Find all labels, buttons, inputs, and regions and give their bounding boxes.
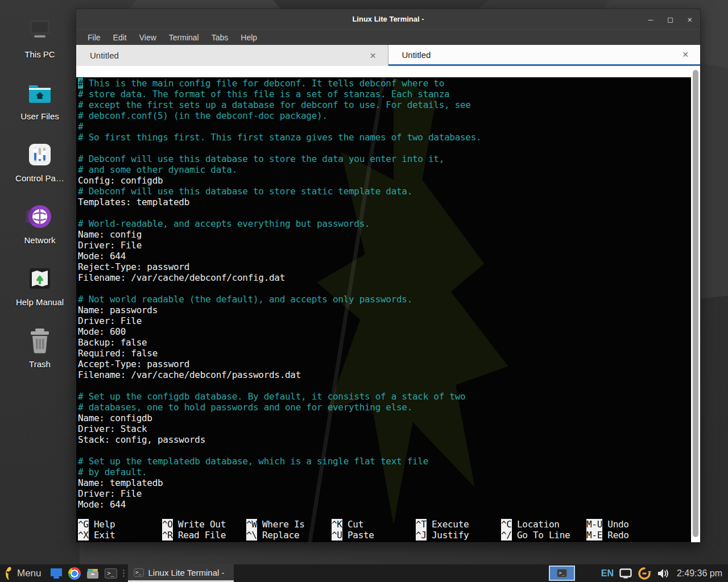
terminal-line: # databases, one to hold passwords and o…: [78, 402, 691, 413]
terminal-area: GNU nano 7.2 /etc/debconf.conf # This is…: [76, 66, 700, 542]
shortcut-key: ^O: [162, 519, 173, 530]
terminal-line: Filename: /var/cache/debconf/config.dat: [78, 272, 691, 283]
desktop-icon-label: Network: [24, 235, 55, 245]
menu-view[interactable]: View: [139, 33, 156, 42]
menubar: File Edit View Terminal Tabs Help: [76, 29, 700, 45]
terminal-line: Config: configdb: [78, 175, 691, 186]
terminal-window-icon: >_: [134, 568, 144, 577]
window-controls: – □ ✕: [648, 9, 692, 29]
chrome-browser-icon[interactable]: [68, 567, 81, 580]
maximize-icon[interactable]: □: [668, 15, 672, 23]
terminal-line: # store data. The format of this file is…: [78, 89, 691, 99]
display-settings-icon[interactable]: [619, 568, 632, 579]
shortcut-row-1: ^G Help^O Write Out^W Where Is^K Cut^T E…: [78, 519, 691, 530]
shortcut-label: Execute: [427, 519, 469, 530]
system-tray: EN 2:49:36 pm: [601, 567, 728, 580]
shortcut-label: Replace: [257, 530, 300, 541]
shortcut-label: Paste: [342, 530, 374, 541]
menu-help[interactable]: Help: [241, 33, 257, 42]
nano-shortcut: ^W Where Is: [246, 519, 332, 530]
nano-shortcut-bar: ^G Help^O Write Out^W Where Is^K Cut^T E…: [76, 519, 691, 542]
nano-shortcut: ^/ Go To Line: [501, 530, 586, 541]
update-manager-icon[interactable]: [638, 567, 651, 580]
taskbar-window-label: Linux Lite Terminal -: [148, 568, 225, 577]
terminal-line: # World-readable, and accepts everything…: [78, 218, 691, 229]
start-menu-button[interactable]: Menu: [0, 564, 47, 582]
shortcut-label: Help: [89, 519, 115, 530]
desktop-icon-label: Trash: [29, 359, 51, 369]
close-icon[interactable]: ✕: [688, 15, 692, 23]
start-menu-label: Menu: [17, 568, 42, 579]
terminal-line: [78, 207, 691, 218]
sliders-icon: [25, 140, 55, 169]
desktop-icon-help-manual[interactable]: Help Manual: [5, 264, 75, 307]
terminal-line: Filename: /var/cache/debconf/passwords.d…: [78, 369, 691, 380]
minimize-icon[interactable]: –: [648, 15, 653, 23]
workspace-pager[interactable]: >_: [549, 566, 575, 581]
desktop-icon-user-files[interactable]: User Files: [5, 78, 75, 121]
terminal-line: Required: false: [78, 348, 691, 359]
terminal-screen[interactable]: GNU nano 7.2 /etc/debconf.conf # This is…: [76, 66, 691, 542]
tab-close-icon[interactable]: ✕: [367, 51, 379, 60]
terminal-line: [78, 143, 691, 153]
desktop-icon-control-panel[interactable]: Control Pa…: [5, 140, 75, 183]
menu-terminal[interactable]: Terminal: [169, 33, 199, 42]
terminal-window: Linux Lite Terminal - – □ ✕ File Edit Vi…: [76, 9, 701, 543]
terminal-line: # So first things first. This first stan…: [78, 132, 691, 143]
shortcut-label: Write Out: [173, 519, 226, 530]
shortcut-key: ^K: [332, 519, 342, 530]
scrollbar-thumb[interactable]: [693, 70, 698, 537]
terminal-line: # Set up the templatedb database, which …: [78, 456, 691, 467]
taskbar-window-button[interactable]: >_ Linux Lite Terminal -: [128, 564, 234, 582]
volume-icon[interactable]: [657, 568, 669, 579]
shortcut-key: ^U: [332, 530, 342, 541]
shortcut-label: Exit: [89, 530, 115, 541]
terminal-line: # This is the main config file for debco…: [78, 78, 691, 89]
nano-shortcut: ^J Justify: [416, 530, 501, 541]
text-cursor: #: [78, 78, 83, 89]
terminal-line: # and some other dynamic data.: [78, 164, 691, 175]
desktop-icon-label: Control Pa…: [15, 173, 64, 183]
home-folder-icon: [25, 78, 55, 107]
terminal-line: Name: config: [78, 229, 691, 240]
desktop-icon-trash[interactable]: Trash: [5, 326, 75, 369]
desktop-icon-label: Help Manual: [16, 297, 64, 307]
window-titlebar[interactable]: Linux Lite Terminal - – □ ✕: [76, 9, 700, 29]
terminal-line: # debconf.conf(5) (in the debconf-doc pa…: [78, 110, 691, 121]
nano-shortcut: ^G Help: [78, 519, 162, 530]
panel-separator-handle[interactable]: [121, 568, 127, 579]
terminal-line: Name: templatedb: [78, 477, 691, 488]
terminal-line: Name: passwords: [78, 305, 691, 315]
shortcut-row-2: ^X Exit^R Read File^\ Replace^U Paste^J …: [78, 530, 691, 541]
desktop-icon-this-pc[interactable]: This PC: [5, 16, 75, 59]
shortcut-label: Read File: [173, 530, 226, 541]
file-manager-icon[interactable]: [86, 567, 100, 580]
tab-untitled-1[interactable]: Untitled ✕: [76, 45, 388, 66]
scrollbar-track[interactable]: [691, 66, 700, 542]
nano-shortcut: ^U Paste: [332, 530, 416, 541]
nano-lines: # This is the main config file for debco…: [76, 77, 691, 519]
desktop-icon-label: This PC: [24, 49, 55, 59]
terminal-line: Driver: Stack: [78, 423, 691, 434]
shortcut-label: Redo: [602, 530, 629, 541]
terminal-line: Templates: templatedb: [78, 197, 691, 207]
terminal-line: Accept-Type: password: [78, 359, 691, 369]
tab-untitled-2[interactable]: Untitled ✕: [388, 45, 701, 66]
terminal-line: # Debconf will use this database to stor…: [78, 186, 691, 197]
shortcut-key: ^C: [501, 519, 512, 530]
menu-tabs[interactable]: Tabs: [212, 33, 229, 42]
terminal-line: Stack: config, passwords: [78, 434, 691, 445]
globe-icon: [25, 202, 55, 231]
tab-close-icon[interactable]: ✕: [680, 50, 691, 59]
terminal-line: [78, 445, 691, 456]
desktop-icon-network[interactable]: Network: [5, 202, 75, 245]
shortcut-key: ^\: [246, 530, 257, 541]
terminal-launcher-icon[interactable]: >_: [104, 567, 118, 580]
shortcut-key: ^G: [78, 519, 89, 530]
pager-window-icon: >_: [557, 569, 567, 577]
menu-edit[interactable]: Edit: [113, 33, 127, 42]
keyboard-layout-indicator[interactable]: EN: [601, 568, 614, 579]
menu-file[interactable]: File: [88, 33, 101, 42]
terminal-line: Driver: File: [78, 240, 691, 251]
show-desktop-icon[interactable]: [49, 567, 63, 580]
